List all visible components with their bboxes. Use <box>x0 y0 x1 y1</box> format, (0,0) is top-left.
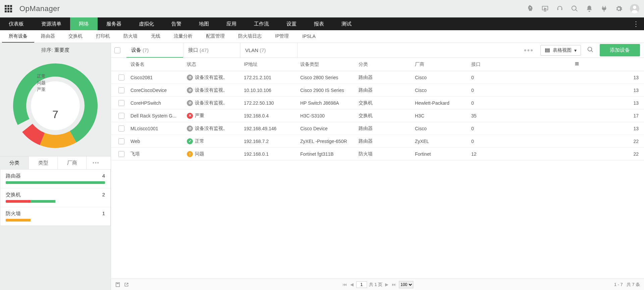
headset-icon[interactable] <box>556 5 564 12</box>
nav-item-8[interactable]: 工作流 <box>245 17 278 30</box>
cell-category: 路由器 <box>357 87 413 93</box>
table-row[interactable]: CoreHPSwitch⊘设备没有监视。172.22.50.130HP Swit… <box>111 97 644 109</box>
cell-type: Cisco 2800 Series <box>298 75 357 80</box>
pager-last[interactable]: ⏭ <box>391 282 397 287</box>
plug-icon[interactable] <box>600 5 608 12</box>
row-checkbox[interactable] <box>118 75 124 81</box>
row-checkbox[interactable] <box>118 126 124 132</box>
nav-item-6[interactable]: 地图 <box>190 17 218 30</box>
logo: OpManager <box>19 4 60 13</box>
toolbar: 设备 (7)接口 (47)VLAN (7) ••• 表格视图 ▾ 添加设备 <box>111 43 644 58</box>
pager-prev[interactable]: ◀ <box>350 282 354 287</box>
pager-page-input[interactable] <box>356 281 367 288</box>
row-checkbox[interactable] <box>118 151 124 157</box>
cat-row-1[interactable]: 交换机2 <box>0 188 110 207</box>
cell-ip: 172.21.2.101 <box>242 75 298 80</box>
col-ip[interactable]: IP地址 <box>242 61 298 67</box>
cell-type: Cisco Device <box>298 126 357 131</box>
cell-vendor: Cisco <box>413 88 469 93</box>
category-tabs-more[interactable]: ••• <box>87 156 106 169</box>
nav-item-3[interactable]: 服务器 <box>98 17 130 30</box>
subnav-item-5[interactable]: 无线 <box>144 30 167 43</box>
col-name[interactable]: 设备名 <box>128 61 185 67</box>
table-search-icon[interactable] <box>587 46 594 54</box>
sort-control[interactable]: 排序: 重要度 <box>0 43 111 55</box>
col-interfaces[interactable]: 接口 <box>469 61 513 67</box>
col-category[interactable]: 分类 <box>357 61 413 67</box>
col-status[interactable]: 状态 <box>185 61 242 67</box>
cat-row-0[interactable]: 路由器4 <box>0 170 110 188</box>
subnav-item-1[interactable]: 路由器 <box>34 30 62 43</box>
table-row[interactable]: Dell Rack System G...✕严重192.168.0.4H3C-S… <box>111 109 644 122</box>
apps-grid-icon[interactable] <box>5 5 12 12</box>
gear-icon[interactable] <box>615 5 623 12</box>
subnav-item-4[interactable]: 防火墙 <box>117 30 144 43</box>
subnav-item-8[interactable]: 防火墙日志 <box>231 30 268 43</box>
cat-row-bar <box>6 200 105 203</box>
nav-item-9[interactable]: 设置 <box>278 17 305 30</box>
select-all-checkbox[interactable] <box>114 47 120 53</box>
pager-size-select[interactable]: 100 <box>399 281 413 288</box>
device-tab-0[interactable]: 设备 (7) <box>126 43 183 57</box>
cat-tab-0[interactable]: 分类 <box>0 156 29 169</box>
cell-status: ✓正常 <box>185 138 242 144</box>
table-row[interactable]: 飞塔!问题192.168.0.1Fortinet fgt311B防火墙Forti… <box>111 148 644 160</box>
device-tab-2[interactable]: VLAN (7) <box>240 43 298 57</box>
subnav-item-10[interactable]: IPSLA <box>296 30 322 43</box>
cell-last: 13 <box>513 75 641 80</box>
cat-row-label: 防火墙 <box>6 210 21 216</box>
status-icon: ! <box>187 151 193 157</box>
row-checkbox[interactable] <box>118 138 124 144</box>
table-icon <box>545 48 550 53</box>
row-checkbox[interactable] <box>118 100 124 106</box>
top-icons <box>527 4 639 13</box>
col-type[interactable]: 设备类型 <box>298 61 357 67</box>
nav-item-0[interactable]: 仪表板 <box>0 17 33 30</box>
cell-type: HP Switch J8698A <box>298 100 357 106</box>
subnav-item-7[interactable]: 配置管理 <box>199 30 231 43</box>
presentation-icon[interactable] <box>541 5 549 12</box>
subnav-item-0[interactable]: 所有设备 <box>2 30 34 43</box>
rocket-icon[interactable] <box>527 5 534 12</box>
nav-item-4[interactable]: 虚拟化 <box>130 17 163 30</box>
table-row[interactable]: MLcisco1001⊘设备没有监视。192.168.49.146Cisco D… <box>111 122 644 135</box>
export-icon[interactable] <box>124 282 129 287</box>
subnav-item-2[interactable]: 交换机 <box>62 30 89 43</box>
nav-item-1[interactable]: 资源清单 <box>33 17 70 30</box>
row-checkbox[interactable] <box>118 113 124 119</box>
columns-icon[interactable] <box>513 61 641 67</box>
table-row[interactable]: CoreCiscoDevice⊘设备没有监视。10.10.10.106Cisco… <box>111 84 644 97</box>
nav-item-2[interactable]: 网络 <box>70 17 98 30</box>
status-icon: ⊘ <box>187 87 193 93</box>
legend-warn: 问题 <box>37 80 46 86</box>
subnav-item-9[interactable]: IP管理 <box>268 30 296 43</box>
table-row[interactable]: Cisco2081⊘设备没有监视。172.21.2.101Cisco 2800 … <box>111 71 644 84</box>
cat-tab-2[interactable]: 厂商 <box>58 156 87 169</box>
sort-label: 排序: <box>41 47 53 53</box>
device-tab-1[interactable]: 接口 (47) <box>183 43 240 57</box>
row-checkbox[interactable] <box>118 87 124 93</box>
table-row[interactable]: Web✓正常192.168.7.2ZyXEL -Prestige-650R路由器… <box>111 135 644 148</box>
nav-more-icon[interactable]: ⋮ <box>628 17 644 30</box>
search-icon[interactable] <box>571 5 578 12</box>
toolbar-more-icon[interactable]: ••• <box>517 46 540 55</box>
pager-next[interactable]: ▶ <box>384 282 389 287</box>
cat-tab-1[interactable]: 类型 <box>29 156 58 169</box>
subnav-item-6[interactable]: 流量分析 <box>167 30 199 43</box>
cat-row-2[interactable]: 防火墙1 <box>0 207 110 226</box>
cell-vendor: ZyXEL <box>413 139 469 144</box>
category-list: 路由器4交换机2防火墙1 <box>0 170 111 226</box>
cell-ip: 192.168.7.2 <box>242 139 298 144</box>
pager-first[interactable]: ⏮ <box>342 282 347 287</box>
subnav-item-3[interactable]: 打印机 <box>89 30 117 43</box>
calculator-icon[interactable] <box>115 282 120 287</box>
avatar[interactable] <box>630 4 639 13</box>
nav-item-5[interactable]: 告警 <box>163 17 190 30</box>
nav-item-7[interactable]: 应用 <box>218 17 245 30</box>
col-vendor[interactable]: 厂商 <box>413 61 469 67</box>
view-mode-button[interactable]: 表格视图 ▾ <box>540 45 581 56</box>
nav-item-10[interactable]: 报表 <box>305 17 333 30</box>
bell-icon[interactable] <box>586 5 593 12</box>
add-device-button[interactable]: 添加设备 <box>600 44 640 56</box>
nav-item-11[interactable]: 测试 <box>333 17 360 30</box>
